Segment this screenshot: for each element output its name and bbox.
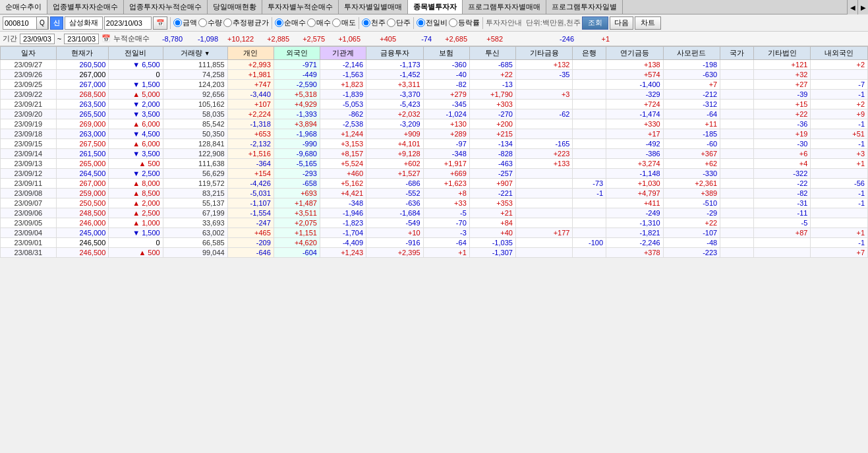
radio-netbuy[interactable] [275,18,283,27]
tab-investor-cumulative[interactable]: 투자자별누적순매수 [262,0,339,14]
table-row: 23/09/01246,500066,585-209+4,620-4,409-9… [1,238,868,248]
th-price: 현재가 [56,47,109,60]
sum-for: -1,098 [188,35,221,43]
calendar-button[interactable]: 📅 [153,16,167,30]
radio-rate[interactable] [449,18,457,27]
toolbar: Q 신 삼성화재 📅 금액 수량 추정평균가 순매수 매수 매도 천주 단주 [0,15,868,32]
cal-icon2: 📅 [101,34,111,43]
th-otherfin: 기타금융 [515,47,573,60]
radio-netbuy-label[interactable]: 순매수 [275,18,306,28]
tab-program-daily[interactable]: 프로그램투자자일별 [546,0,623,14]
radio-prevday[interactable] [417,18,425,27]
sum-private: +582 [473,35,506,43]
table-header-row: 일자 현재가 전일비 거래량 ▼ 개인 외국인 기관계 금융투자 보험 투신 기… [1,47,868,60]
table-row: 23/09/22268,500▲ 5,00092,656-3,440+5,318… [1,90,868,100]
tab-scroll-right[interactable]: ▶ [857,0,868,15]
th-foreign: 외국인 [274,47,320,60]
tab-sector-investor-net[interactable]: 업종별투자자순매수 [47,0,124,14]
new-button[interactable]: 신 [50,16,63,30]
table-row: 23/09/04245,000▼ 1,50063,002+465+1,151-1… [1,228,868,238]
tab-sector-cumulative[interactable]: 업종투자자누적순매수 [124,0,208,14]
th-date: 일자 [1,47,57,60]
sum-othfin: +405 [366,35,399,43]
radio-unit[interactable] [387,18,395,27]
th-corp: 기타법인 [753,47,811,60]
table-row: 23/09/13265,000▲ 500111,638-364-5,165+5,… [1,159,868,169]
period-from: 23/09/03 [20,34,55,44]
sum-inst: +10,122 [223,35,256,43]
tab-netbuy-trend[interactable]: 순매수추이 [0,0,47,14]
table-row: 23/09/11267,000▲ 8,000119,572-4,426-658+… [1,179,868,189]
period-label: 기간 [3,34,17,44]
divider2 [272,17,272,29]
table-row: 23/09/05246,000▲ 1,00033,693-247+2,075-1… [1,218,868,228]
date-input[interactable] [104,16,152,30]
radio-unit-label[interactable]: 단주 [387,18,411,28]
th-nation: 국가 [720,47,754,60]
radio-qty-label[interactable]: 수량 [198,18,222,28]
stock-code-input[interactable] [3,18,36,28]
table-row: 23/09/14261,500▼ 3,500122,908+1,516-9,68… [1,149,868,159]
sum-fin: +2,885 [259,35,292,43]
table-row: 23/09/27260,500▼ 6,500111,855+2,993-971-… [1,60,868,70]
next-button[interactable]: 다음 [610,16,633,30]
stock-name-display: 삼성화재 [65,16,103,30]
cumulative-label: 누적순매수 [113,34,150,44]
search-button[interactable]: 조회 [582,16,608,30]
table-row: 23/09/26267,000074,258+1,981-449-1,563-1… [1,70,868,80]
tab-scroll-left[interactable]: ◀ [847,0,857,15]
table-row: 23/09/19269,000▲ 6,00085,542-1,318+3,894… [1,119,868,129]
stock-search-button[interactable]: Q [36,16,48,30]
th-foreign2: 내외국인 [811,47,868,60]
radio-sell-label[interactable]: 매도 [332,18,356,28]
radio-buy-label[interactable]: 매수 [307,18,331,28]
radio-sell[interactable] [332,18,341,27]
th-institution: 기관계 [320,47,366,60]
stock-code-box: Q [3,16,49,30]
chart-button[interactable]: 차트 [635,16,661,30]
tab-daily-trade[interactable]: 당일매매현황 [208,0,262,14]
table-row: 23/09/15267,500▲ 6,000128,841-2,132-990+… [1,139,868,149]
th-trust: 투신 [469,47,515,60]
investor-table: 일자 현재가 전일비 거래량 ▼ 개인 외국인 기관계 금융투자 보험 투신 기… [0,46,868,258]
radio-rate-label[interactable]: 등락률 [449,18,480,28]
divider1 [170,17,171,29]
table-row: 23/09/21263,500▼ 2,000105,162+107+4,929-… [1,100,868,109]
th-individual: 개인 [227,47,274,60]
th-volume: 거래량 ▼ [163,47,227,60]
radio-avg[interactable] [223,18,232,27]
radio-amount[interactable] [173,18,182,27]
period-to: 23/10/03 [64,34,99,44]
divider3 [359,17,359,29]
th-insurance: 보험 [423,47,469,60]
radio-qty[interactable] [198,18,207,27]
table-row: 23/09/07250,500▲ 2,00055,137-1,107+1,487… [1,198,868,208]
th-pension: 연기금등 [606,47,664,60]
sum-trust: +1,065 [330,35,363,43]
divider4 [413,17,414,29]
table-row: 23/09/06248,500▲ 2,50067,199-1,554+3,511… [1,208,868,218]
radio-1000shares-label[interactable]: 천주 [362,18,386,28]
radio-prevday-label[interactable]: 전일비 [417,18,448,28]
radio-buy[interactable] [307,18,316,27]
th-change: 전일비 [109,47,163,60]
sum-bank: -74 [401,35,434,43]
table-row: 23/08/31246,500▲ 50099,044-646-604+1,243… [1,248,868,258]
radio-1000shares[interactable] [362,18,370,27]
th-private: 사모펀드 [663,47,720,60]
table-row: 23/09/25267,000▼ 1,500124,203+747-2,590+… [1,80,868,90]
sum-corp: -246 [544,35,577,43]
radio-avg-label[interactable]: 추정평균가 [223,18,269,28]
tab-investor-daily[interactable]: 투자자별일별매매 [339,0,408,14]
summary-row: 기간 23/09/03 ~ 23/10/03 📅 누적순매수 -8,780 -1… [0,32,868,46]
tab-program-investor[interactable]: 프로그램투자자별매매 [463,0,546,14]
tilde: ~ [57,35,61,43]
top-tab-bar: 순매수추이 업종별투자자순매수 업종투자자누적순매수 당일매매현황 투자자별누적… [0,0,868,15]
divider5 [482,17,483,29]
radio-amount-label[interactable]: 금액 [173,18,197,28]
table-body: 23/09/27260,500▼ 6,500111,855+2,993-971-… [1,60,868,258]
sum-foreign2: +1 [579,35,612,43]
tab-stock-investor[interactable]: 종목별투자자 [408,0,463,14]
table-row: 23/09/12264,500▼ 2,50056,629+154-293+460… [1,169,868,179]
table-row: 23/09/08259,000▲ 8,50083,215-5,031+693+4… [1,189,868,198]
